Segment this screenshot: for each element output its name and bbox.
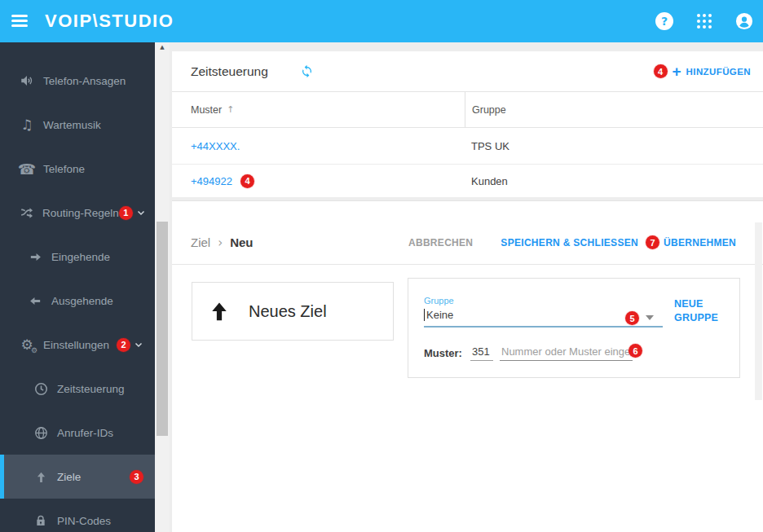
arrow-left-icon bbox=[27, 294, 43, 308]
sidebar-item-pin-codes[interactable]: PIN-Codes bbox=[0, 499, 155, 532]
table-row[interactable]: +44XXXX. TPS UK bbox=[172, 128, 763, 165]
menu-icon[interactable] bbox=[11, 15, 28, 28]
cancel-button[interactable]: ABBRECHEN bbox=[408, 237, 473, 248]
sidebar-nav: Telefon-Ansagen ♫ Wartemusik ☎ Telefone … bbox=[0, 42, 155, 532]
app-logo: VOIP\STUDIO bbox=[45, 11, 174, 32]
dropdown-arrow-icon[interactable] bbox=[646, 315, 654, 320]
new-target-card: Neues Ziel bbox=[192, 282, 394, 341]
table-header: Muster ↑ Gruppe bbox=[172, 91, 763, 128]
sidebar-item-routing-regeln[interactable]: Routing-Regeln 1 bbox=[0, 191, 155, 235]
sidebar-item-label: Ziele bbox=[57, 471, 81, 483]
arrow-up-icon bbox=[33, 470, 49, 484]
gruppe-label: Gruppe bbox=[424, 296, 454, 306]
sidebar-scrollbar[interactable]: ▲ bbox=[155, 42, 170, 532]
new-target-title: Neues Ziel bbox=[249, 302, 327, 321]
plus-icon: + bbox=[673, 64, 681, 79]
breadcrumb: Ziel › Neu bbox=[191, 235, 254, 250]
sidebar-item-ziele[interactable]: Ziele 3 bbox=[0, 455, 155, 499]
annotation-badge-5: 5 bbox=[625, 311, 639, 325]
muster-prefix-field[interactable] bbox=[470, 344, 493, 361]
add-button-label: HINZUFÜGEN bbox=[686, 67, 751, 77]
scrollbar-thumb[interactable] bbox=[157, 222, 168, 436]
sidebar-item-label: Anrufer-IDs bbox=[57, 427, 113, 439]
main-content: Zeitsteuerung 4 + HINZUFÜGEN Muster ↑ bbox=[170, 42, 763, 532]
sidebar-item-telefon-ansagen[interactable]: Telefon-Ansagen bbox=[0, 59, 155, 103]
sidebar-item-label: Telefone bbox=[43, 163, 85, 175]
sidebar-item-einstellungen[interactable]: ⚙⚙ Einstellungen 2 bbox=[0, 323, 155, 367]
arrow-right-icon bbox=[27, 250, 43, 264]
globe-icon bbox=[33, 426, 49, 440]
detail-panel-scrollbar[interactable] bbox=[755, 222, 762, 400]
gruppe-select-underline bbox=[424, 326, 663, 328]
gruppe-cell: Kunden bbox=[471, 175, 508, 187]
chevron-down-icon[interactable] bbox=[136, 208, 146, 218]
sidebar-item-wartemusik[interactable]: ♫ Wartemusik bbox=[0, 103, 155, 147]
account-icon[interactable] bbox=[735, 12, 753, 30]
gruppe-select[interactable]: Keine bbox=[424, 309, 453, 321]
annotation-badge-4: 4 bbox=[654, 64, 668, 78]
sidebar-item-label: Ausgehende bbox=[51, 295, 113, 307]
muster-link[interactable]: +44XXXX. bbox=[191, 140, 240, 152]
gruppe-cell: TPS UK bbox=[471, 140, 509, 152]
sidebar-item-telefone[interactable]: ☎ Telefone bbox=[0, 147, 155, 191]
sidebar-item-label: Routing-Regeln bbox=[42, 207, 119, 219]
clock-icon bbox=[33, 382, 49, 396]
phone-icon: ☎ bbox=[19, 160, 35, 178]
new-group-button[interactable]: NEUE GRUPPE bbox=[674, 297, 731, 325]
annotation-badge-6: 6 bbox=[628, 344, 642, 358]
text-cursor bbox=[424, 309, 425, 321]
gears-icon: ⚙⚙ bbox=[19, 336, 35, 353]
ziel-detail-panel: Ziel › Neu ABBRECHEN SPEICHERN & SCHLIES… bbox=[172, 200, 763, 532]
page-title: Zeitsteuerung bbox=[191, 64, 268, 79]
apply-button[interactable]: ÜBERNEHMEN bbox=[664, 237, 736, 248]
breadcrumb-parent[interactable]: Ziel bbox=[191, 235, 210, 249]
sidebar-item-label: Telefon-Ansagen bbox=[43, 75, 126, 87]
add-button[interactable]: 4 + HINZUFÜGEN bbox=[654, 51, 752, 91]
sidebar-item-anrufer-ids[interactable]: Anrufer-IDs bbox=[0, 411, 155, 455]
sidebar-item-ausgehende[interactable]: Ausgehende bbox=[0, 279, 155, 323]
sidebar-item-eingehende[interactable]: Eingehende bbox=[0, 235, 155, 279]
refresh-icon[interactable] bbox=[300, 64, 314, 78]
annotation-badge-7: 7 bbox=[646, 235, 659, 249]
arrow-up-icon bbox=[207, 298, 232, 324]
sidebar-item-label: Zeitsteuerung bbox=[57, 383, 125, 395]
muster-pattern-field[interactable] bbox=[500, 344, 633, 361]
sort-asc-icon: ↑ bbox=[227, 104, 234, 115]
top-bar: VOIP\STUDIO ? bbox=[0, 0, 763, 42]
voip-studio-app: VOIP\STUDIO ? bbox=[0, 0, 763, 532]
target-form-card: Gruppe Keine 5 NEUE GRUPPE Muster: 6 bbox=[408, 278, 740, 378]
speaker-icon bbox=[19, 73, 35, 88]
column-header-gruppe[interactable]: Gruppe bbox=[472, 104, 506, 116]
sidebar-item-label: Einstellungen bbox=[43, 339, 109, 351]
shuffle-icon bbox=[19, 205, 34, 221]
zeitsteuerung-list-panel: Zeitsteuerung 4 + HINZUFÜGEN Muster ↑ bbox=[172, 51, 763, 197]
annotation-badge-3: 3 bbox=[130, 470, 143, 484]
chevron-down-icon[interactable] bbox=[134, 340, 143, 350]
chevron-right-icon: › bbox=[218, 235, 223, 250]
help-icon[interactable]: ? bbox=[655, 12, 673, 30]
annotation-badge-4b: 4 bbox=[240, 174, 254, 188]
column-header-muster[interactable]: Muster bbox=[191, 104, 222, 116]
sidebar-item-label: Eingehende bbox=[51, 251, 110, 263]
apps-grid-icon[interactable] bbox=[696, 13, 712, 29]
save-close-button[interactable]: SPEICHERN & SCHLIESSEN bbox=[501, 237, 638, 248]
gruppe-select-value: Keine bbox=[426, 309, 453, 321]
annotation-badge-1: 1 bbox=[119, 206, 133, 220]
breadcrumb-current: Neu bbox=[230, 235, 253, 249]
muster-label: Muster: bbox=[424, 347, 462, 359]
lock-icon bbox=[33, 514, 49, 527]
music-note-icon: ♫ bbox=[19, 117, 35, 133]
annotation-badge-2: 2 bbox=[117, 338, 130, 352]
table-row[interactable]: +494922 4 Kunden bbox=[172, 165, 763, 197]
sidebar-item-label: PIN-Codes bbox=[57, 515, 111, 527]
muster-link[interactable]: +494922 bbox=[191, 175, 232, 187]
sidebar-item-zeitsteuerung[interactable]: Zeitsteuerung bbox=[0, 367, 155, 411]
scroll-up-icon[interactable]: ▲ bbox=[155, 44, 170, 51]
sidebar-item-label: Wartemusik bbox=[43, 119, 101, 131]
